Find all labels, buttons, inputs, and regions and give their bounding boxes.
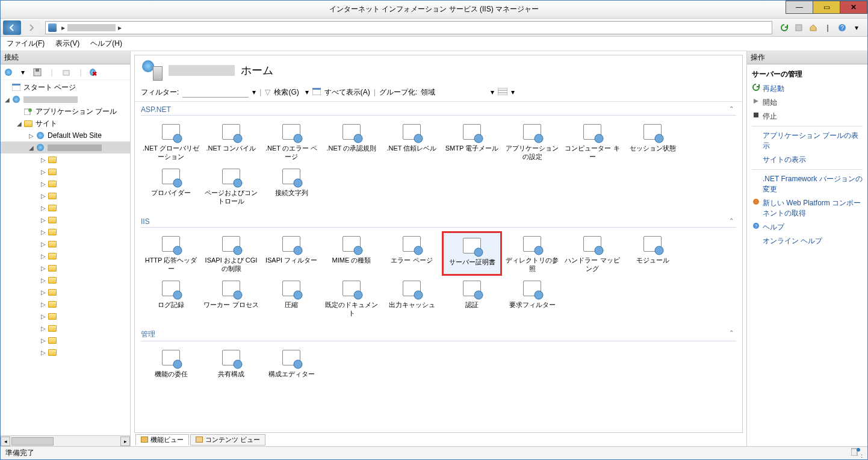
expand-icon[interactable]: ▷ [39,241,48,247]
menu-help[interactable]: ヘルプ(H) [90,39,122,49]
action-help[interactable]: ?ヘルプ [752,220,863,234]
feature-item[interactable]: アプリケーションの設定 [502,119,562,164]
expand-icon[interactable]: ▷ [39,169,48,175]
feature-item[interactable]: MIME の種類 [321,231,382,276]
home-button[interactable] [807,22,819,34]
expand-icon[interactable]: ▷ [39,205,48,211]
collapse-icon[interactable]: ◢ [3,96,11,103]
feature-item[interactable]: 既定のドキュメント [321,276,382,320]
collapse-icon[interactable]: ⌃ [729,329,736,340]
tree-subfolder[interactable]: ▷ [1,178,130,190]
tree-subfolder[interactable]: ▷ [1,262,130,274]
expand-icon[interactable]: ▷ [39,325,48,332]
feature-item[interactable]: エラー ページ [382,231,442,276]
tree-subfolder[interactable]: ▷ [1,310,130,322]
expand-icon[interactable]: ▷ [39,181,48,187]
tree-subfolder[interactable]: ▷ [1,238,130,250]
tab-features-view[interactable]: 機能ビュー [135,434,189,446]
tree-subfolder[interactable]: ▷ [1,322,130,334]
remove-icon[interactable]: ✖ [90,67,101,78]
dropdown-icon[interactable]: ▾ [851,22,863,34]
back-button[interactable] [3,20,21,35]
group-aspnet-header[interactable]: ASP.NET⌃ [141,104,736,116]
feature-item[interactable]: ページおよびコントロール [201,164,261,208]
tree-subfolder[interactable]: ▷ [1,298,130,310]
feature-item[interactable]: .NET 信頼レベル [382,119,442,164]
action-restart[interactable]: 再起動 [752,82,863,96]
feature-item[interactable]: ワーカー プロセス [201,276,261,320]
feature-item[interactable]: 接続文字列 [261,164,321,208]
feature-item[interactable]: .NET の承認規則 [321,119,382,164]
menu-view[interactable]: 表示(V) [55,39,79,49]
feature-item[interactable]: 機能の委任 [141,345,201,381]
feature-item[interactable]: サーバー証明書 [442,231,502,276]
tree-sites[interactable]: ◢ サイト [1,117,130,129]
action-get-webpi[interactable]: 新しい Web Platform コンポーネントの取得 [752,196,863,220]
group-by-value[interactable]: 領域 [421,87,435,98]
search-label[interactable]: 検索(G) [274,87,299,98]
tab-content-view[interactable]: コンテンツ ビュー [190,434,265,446]
show-all-icon[interactable] [312,88,321,97]
action-start[interactable]: 開始 [752,96,863,110]
tree-start-page[interactable]: スタート ページ [1,81,130,93]
toolbar-dropdown-icon[interactable]: ▾ [17,67,28,78]
tree-subfolder[interactable]: ▷ [1,202,130,214]
collapse-icon[interactable]: ⌃ [729,217,736,226]
tree-subfolder[interactable]: ▷ [1,274,130,286]
tree-app-pools[interactable]: アプリケーション プール [1,105,130,117]
tree-subfolder[interactable]: ▷ [1,250,130,262]
refresh-button[interactable] [778,22,790,34]
feature-item[interactable]: .NET のエラー ページ [261,119,321,164]
action-view-app-pools[interactable]: アプリケーション プールの表示 [752,129,863,153]
feature-item[interactable]: セッション状態 [622,119,683,164]
maximize-button[interactable]: ▭ [813,1,840,14]
expand-icon[interactable]: ▷ [39,301,48,308]
expand-icon[interactable]: ▷ [39,253,48,260]
stop-button[interactable] [793,22,805,34]
feature-item[interactable]: ログ記録 [141,276,201,320]
expand-icon[interactable]: ▷ [27,132,36,139]
funnel-icon[interactable]: ▽ [265,88,270,96]
forward-button[interactable] [22,20,40,35]
feature-item[interactable]: ハンドラー マッピング [562,231,622,276]
group-dropdown-icon[interactable]: ▾ [491,88,494,96]
expand-icon[interactable]: ▷ [39,217,48,223]
expand-icon[interactable]: ▷ [39,157,48,163]
feature-item[interactable]: 認証 [442,276,502,320]
close-button[interactable]: ✕ [840,1,867,14]
expand-icon[interactable]: ▷ [39,277,48,284]
action-view-sites[interactable]: サイトの表示 [752,153,863,167]
expand-icon[interactable]: ▷ [39,229,48,235]
action-stop[interactable]: 停止 [752,110,863,123]
tree-subfolder[interactable]: ▷ [1,166,130,178]
show-all-label[interactable]: すべて表示(A) [324,87,370,98]
action-change-netfx[interactable]: .NET Framework バージョンの変更 [752,172,863,196]
feature-item[interactable]: プロバイダー [141,164,201,208]
feature-item[interactable]: 要求フィルター [502,276,562,320]
tree-subfolder[interactable]: ▷ [1,286,130,298]
tree-subfolder[interactable]: ▷ [1,226,130,238]
feature-item[interactable]: ISAPI および CGI の制限 [201,231,261,276]
tree-subfolder[interactable]: ▷ [1,334,130,346]
group-iis-header[interactable]: IIS⌃ [141,216,736,228]
expand-icon[interactable]: ▷ [39,265,48,272]
feature-item[interactable]: モジュール [622,231,683,276]
feature-item[interactable]: ディレクトリの参照 [502,231,562,276]
filter-dropdown-icon[interactable]: ▾ [252,88,256,96]
feature-item[interactable]: .NET グローバリゼーション [141,119,201,164]
collapse-icon[interactable]: ⌃ [729,105,736,114]
expand-icon[interactable]: ▷ [39,193,48,199]
feature-item[interactable]: ISAPI フィルター [261,231,321,276]
expand-icon[interactable]: ▷ [39,337,48,344]
feature-item[interactable]: 共有構成 [201,345,261,381]
collapse-icon[interactable]: ◢ [15,120,23,127]
tree-subfolder[interactable]: ▷ [1,346,130,358]
feature-item[interactable]: .NET コンパイル [201,119,261,164]
minimize-button[interactable]: — [786,1,813,14]
status-config-icon[interactable]: : [851,447,863,459]
feature-item[interactable]: 構成エディター [261,345,321,381]
view-dropdown-icon[interactable]: ▾ [511,88,515,96]
expand-icon[interactable]: ▷ [39,349,48,356]
connections-tree[interactable]: スタート ページ ◢ アプリケーション プール ◢ サイト ▷ Default … [1,80,130,435]
scroll-right-icon[interactable]: ▸ [120,437,130,446]
